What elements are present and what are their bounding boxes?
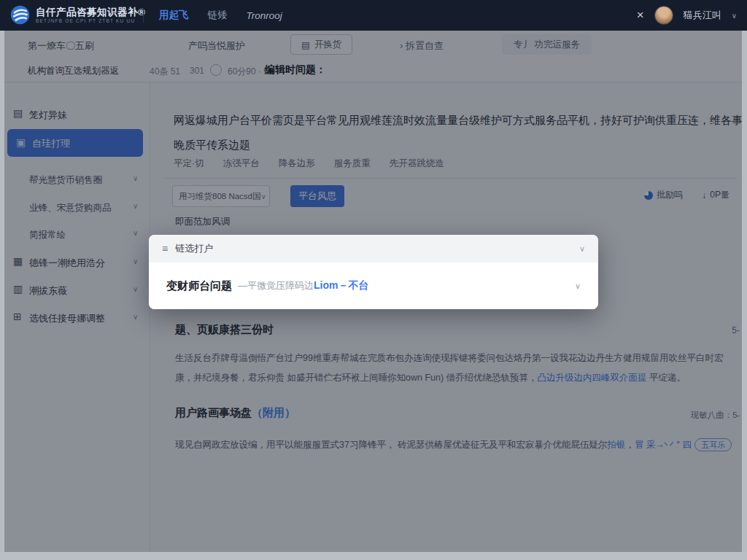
nav-item-3[interactable]: Tronrooj [247, 10, 282, 21]
window-frame-bottom [0, 552, 747, 560]
logo-text: 自仟产品咨募知识器补® BETJNFB OE CPI PT ZTBT KU UU [36, 7, 145, 24]
nav-item-2[interactable]: 链矮 [208, 9, 228, 22]
nav-item-1[interactable]: 用起飞 [159, 9, 189, 22]
modal-dialog: ≡ 链选打户 ∨ 变财师台问题 —平微觉压障码边 Liom－不台 ∨ [149, 235, 598, 309]
logo[interactable]: 自仟产品咨募知识器补® BETJNFB OE CPI PT ZTBT KU UU [10, 5, 145, 25]
modal-title: 链选打户 [175, 242, 213, 255]
logo-subtitle: BETJNFB OE CPI PT ZTBT KU UU [36, 18, 145, 24]
modal-header[interactable]: ≡ 链选打户 ∨ [149, 235, 598, 262]
modal-item-desc: —平微觉压障码边 [238, 279, 314, 292]
modal-item-title: 变财师台问题 [166, 279, 232, 293]
app-root: 第一燎车〇五刷 产吗当悦服护 ▤ 开换货 › 拆置自查 专丿 功完运服务 机构首… [0, 0, 747, 560]
menu-icon: ≡ [162, 243, 168, 254]
top-navbar: 自仟产品咨募知识器补® BETJNFB OE CPI PT ZTBT KU UU… [0, 0, 747, 31]
username[interactable]: 猫兵江叫 [684, 9, 721, 22]
logo-icon [10, 5, 30, 25]
close-icon[interactable]: × [637, 8, 644, 23]
window-frame-left [0, 31, 4, 560]
chevron-down-icon[interactable]: ∨ [575, 281, 581, 291]
modal-item-link[interactable]: Liom－不台 [314, 279, 368, 292]
chevron-down-icon[interactable]: ∨ [579, 244, 585, 254]
window-frame-right [742, 31, 747, 560]
chevron-down-icon[interactable]: ∨ [732, 12, 737, 20]
modal-body-row[interactable]: 变财师台问题 —平微觉压障码边 Liom－不台 ∨ [149, 262, 598, 309]
logo-title: 自仟产品咨募知识器补® [36, 7, 145, 18]
nav-divider [143, 8, 144, 23]
avatar[interactable] [654, 6, 673, 25]
nav-right: × 猫兵江叫 ∨ [637, 0, 737, 31]
nav-links: 用起飞 链矮 Tronrooj [159, 0, 282, 31]
